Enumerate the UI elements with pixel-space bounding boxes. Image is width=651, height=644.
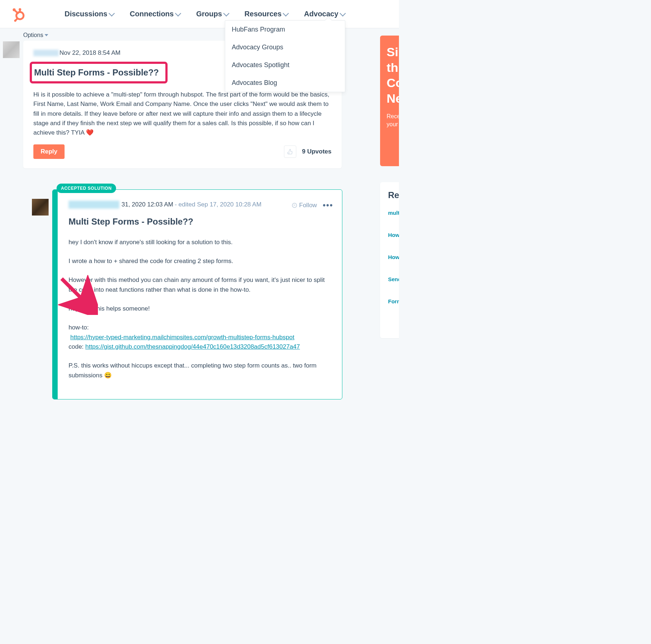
cta-subtext: Rece your [387,112,399,129]
post-title: Multi Step Forms - Possible?? [34,67,159,78]
solution-edited: - edited Sep 17, 2020 10:28 AM [175,201,261,208]
solution-card: + Follow ••• 31, 2020 12:03 AM - edited … [52,189,342,399]
plus-circle-icon: + [292,203,297,208]
solution-body: hey I don't know if anyone's still looki… [69,238,332,380]
nav-advocacy[interactable]: Advocacy [304,10,345,18]
author-avatar[interactable] [3,41,20,58]
nav-resources[interactable]: Resources [244,10,288,18]
dropdown-hubfans[interactable]: HubFans Program [225,21,345,38]
solution-author-avatar[interactable] [32,199,49,216]
howto-link[interactable]: https://hyper-typed-marketing.mailchimps… [70,334,294,341]
upvote-button[interactable] [284,145,296,158]
post-date: Nov 22, 2018 8:54 AM [59,49,120,57]
nav-items: Discussions Connections Groups Resources… [65,10,345,18]
chevron-down-icon [108,10,115,16]
solution-title: Multi Step Forms - Possible?? [69,217,332,227]
options-label: Options [23,32,43,38]
chevron-down-icon [339,10,346,16]
related-heading: Re [388,190,399,200]
follow-label: Follow [299,202,317,209]
dropdown-advocacy-groups[interactable]: Advocacy Groups [225,38,345,56]
title-highlight-annotation: Multi Step Forms - Possible?? [30,62,168,83]
chevron-down-icon [283,10,289,16]
related-link[interactable]: How [388,254,399,260]
howto-label: how-to: [69,324,89,331]
dropdown-advocates-blog[interactable]: Advocates Blog [225,74,345,92]
author-name-redacted [33,50,59,56]
code-link[interactable]: https://gist.github.com/thesnappingdog/4… [85,343,300,350]
chevron-down-icon [223,10,230,16]
dropdown-advocates-spotlight[interactable]: Advocates Spotlight [225,56,345,74]
svg-point-6 [14,20,16,22]
nav-connections[interactable]: Connections [130,10,180,18]
post-body: Hi is it possible to achieve a "multi-st… [33,90,331,138]
nav-discussions[interactable]: Discussions [65,10,114,18]
sidebar-related-panel: Re mult How How Send Form [380,182,399,338]
reply-button[interactable]: Reply [33,144,65,159]
sidebar-cta-card[interactable]: Si th Co Ne Rece your [380,36,399,166]
related-link[interactable]: Send [388,276,399,282]
hubspot-logo[interactable] [10,7,25,22]
svg-point-4 [19,8,21,11]
chevron-down-icon [175,10,181,16]
cta-heading: Si th Co Ne [387,44,399,106]
upvote-count: 9 Upvotes [302,148,331,155]
related-link[interactable]: mult [388,210,399,216]
related-link[interactable]: Form [388,298,399,304]
code-label: code: [69,343,85,350]
nav-groups[interactable]: Groups [196,10,228,18]
accepted-solution-badge: ACCEPTED SOLUTION [57,184,116,193]
chevron-down-icon [45,34,48,36]
advocacy-dropdown: HubFans Program Advocacy Groups Advocate… [225,20,345,92]
solution-date: 31, 2020 12:03 AM [121,201,173,208]
top-navbar: Discussions Connections Groups Resources… [0,0,399,28]
right-sidebar: Si th Co Ne Rece your Re mult How How Se… [380,36,399,338]
solution-author-redacted [69,201,119,209]
more-options-icon[interactable]: ••• [323,201,333,210]
related-link[interactable]: How [388,232,399,238]
follow-button[interactable]: + Follow [292,202,317,209]
